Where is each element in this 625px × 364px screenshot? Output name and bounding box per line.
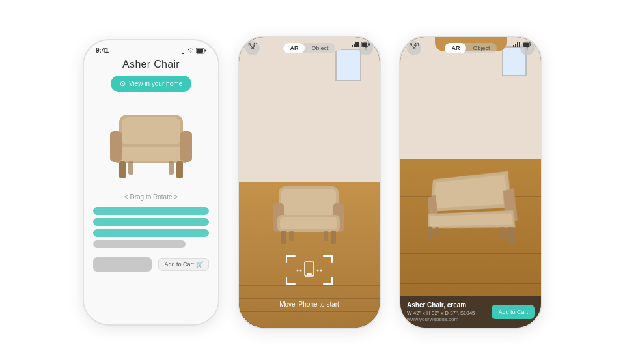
product-title: Asher Chair (122, 59, 180, 70)
gray-pill (93, 257, 152, 272)
svg-rect-6 (205, 49, 206, 51)
view-home-label: View in your home (129, 80, 182, 87)
phone-notch-1 (115, 40, 187, 55)
svg-rect-47 (427, 226, 432, 240)
svg-rect-16 (169, 161, 174, 175)
svg-rect-10 (117, 147, 186, 161)
svg-rect-49 (435, 227, 439, 238)
svg-rect-17 (352, 45, 353, 47)
phone-product: 9:41 (83, 39, 219, 326)
svg-rect-32 (289, 231, 294, 241)
bottom-row: Add to Cart 🛒 (93, 257, 209, 272)
ar-status-icons-2 (352, 42, 370, 47)
ar-scan-icon (283, 253, 335, 288)
svg-rect-45 (523, 43, 529, 46)
svg-rect-11 (110, 131, 122, 162)
ar-status-time-3: 9:41 (410, 42, 420, 48)
ar-status-time-2: 9:41 (248, 42, 258, 48)
phone-ar-placed: 9:41 (399, 36, 542, 329)
svg-rect-14 (176, 161, 183, 178)
drag-rotate-text: < Drag to Rotate > (124, 193, 178, 201)
svg-rect-20 (357, 42, 359, 47)
color-bars (93, 207, 209, 248)
svg-rect-25 (281, 189, 336, 215)
phone-ar-scan: 9:41 (238, 36, 381, 329)
svg-rect-15 (128, 161, 133, 175)
chair-svg (101, 98, 202, 183)
svg-rect-22 (362, 43, 367, 46)
svg-rect-5 (197, 49, 203, 53)
svg-rect-33 (324, 231, 328, 241)
svg-rect-19 (355, 42, 357, 47)
signal-icon-2 (352, 42, 359, 47)
battery-icon-3 (523, 42, 532, 47)
color-bar-1 (93, 207, 209, 215)
plank-3-5 (400, 283, 541, 284)
svg-rect-18 (354, 44, 355, 47)
battery-icon-2 (361, 42, 370, 47)
svg-point-38 (317, 269, 319, 271)
color-bar-4 (93, 240, 186, 248)
ar-chair-svg-2 (267, 175, 352, 246)
svg-rect-46 (531, 44, 532, 46)
ar-chair-3 (425, 162, 527, 257)
svg-rect-35 (307, 273, 312, 275)
scan-svg (283, 253, 335, 288)
ar-product-name: Asher Chair, cream (407, 301, 492, 309)
ar-product-dims: W 42" x H 32" x D 37", $1045 (407, 310, 492, 316)
svg-rect-50 (499, 227, 506, 240)
ar-chair-2 (267, 175, 352, 246)
cart-icon: 🛒 (196, 261, 203, 268)
add-cart-label-1: Add to Cart (164, 261, 194, 268)
svg-rect-48 (508, 227, 516, 244)
phone1-content: Asher Chair ⊙ View in your home (84, 56, 218, 324)
main-scene: 9:41 (0, 0, 625, 364)
svg-rect-30 (281, 231, 286, 244)
signal-icon-3 (513, 42, 521, 47)
svg-point-39 (320, 269, 322, 271)
plank-4 (239, 298, 380, 299)
ar-status-icons-3 (513, 42, 532, 47)
ar-scan-label: Move iPhone to start (279, 301, 339, 308)
svg-rect-12 (180, 131, 192, 162)
svg-rect-43 (519, 42, 520, 47)
svg-rect-41 (515, 44, 516, 47)
ar-product-info: Asher Chair, cream W 42" x H 32" x D 37"… (407, 301, 492, 322)
add-to-cart-button-3[interactable]: Add to Cart (492, 305, 535, 319)
svg-rect-40 (513, 45, 514, 47)
svg-rect-31 (331, 231, 336, 244)
svg-rect-23 (369, 44, 370, 46)
ar-chair-svg-3 (425, 163, 519, 252)
wifi-icon (188, 48, 194, 54)
ar-product-url: www.yourwebsite.com (407, 316, 492, 322)
ar-content-3: Asher Chair, cream W 42" x H 32" x D 37"… (400, 37, 541, 328)
svg-point-36 (297, 269, 299, 271)
ar-status-bar-2: 9:41 (239, 37, 380, 50)
chair-image (101, 98, 202, 189)
view-in-home-button[interactable]: ⊙ View in your home (111, 76, 191, 92)
add-cart-label-3: Add to Cart (498, 309, 528, 315)
svg-rect-42 (517, 42, 518, 47)
color-bar-2 (93, 218, 209, 226)
battery-icon (196, 48, 206, 54)
svg-rect-29 (280, 217, 337, 229)
status-time-1: 9:41 (96, 47, 109, 54)
ar-status-bar-3: 9:41 (400, 37, 541, 50)
add-to-cart-button-1[interactable]: Add to Cart 🛒 (158, 258, 209, 271)
ar-product-bar: Asher Chair, cream W 42" x H 32" x D 37"… (400, 296, 541, 328)
ar-wall-2 (239, 37, 380, 197)
svg-point-37 (300, 269, 302, 271)
svg-rect-8 (122, 117, 180, 146)
scan-text: Move iPhone to start (279, 301, 339, 308)
plank-5 (239, 311, 380, 312)
ar-icon: ⊙ (120, 79, 126, 88)
ar-content-2: Move iPhone to start ✕ AR Object ↑ (239, 37, 380, 328)
drag-rotate-label: < Drag to Rotate > (124, 193, 178, 201)
svg-rect-13 (119, 161, 126, 178)
color-bar-3 (93, 229, 209, 237)
